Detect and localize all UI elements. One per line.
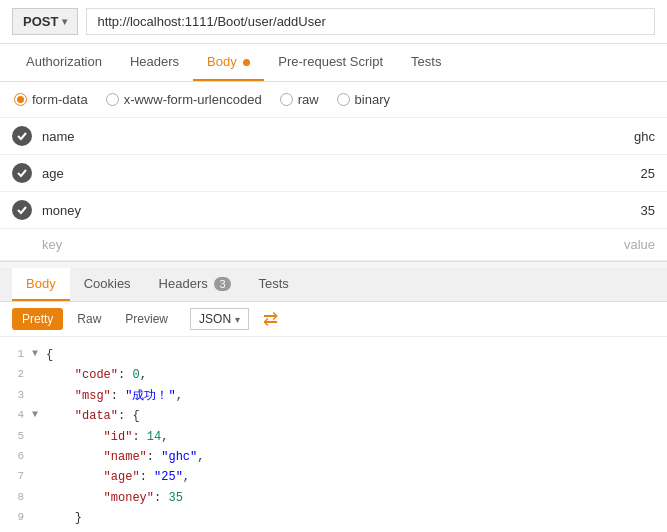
line-num-4: 4 [4, 406, 32, 425]
body-dot [243, 59, 250, 66]
field-key-name: name [42, 129, 575, 144]
tab-tests[interactable]: Tests [397, 44, 455, 81]
check-icon-money[interactable] [12, 200, 32, 220]
field-key-money: money [42, 203, 575, 218]
checkmark-svg [16, 130, 28, 142]
line-toggle-1[interactable]: ▼ [32, 345, 46, 362]
response-tab-row: Body Cookies Headers 3 Tests [0, 268, 667, 302]
headers-badge: 3 [214, 277, 230, 291]
checkmark-svg [16, 204, 28, 216]
json-line-6: 6 "name": "ghc", [0, 447, 667, 467]
check-icon-name[interactable] [12, 126, 32, 146]
field-value-money: 35 [575, 203, 655, 218]
line-toggle-4[interactable]: ▼ [32, 406, 46, 423]
line-content-1: { [46, 345, 663, 365]
json-line-8: 8 "money": 35 [0, 488, 667, 508]
table-row-empty: key value [0, 229, 667, 261]
line-content-4: "data": { [46, 406, 663, 426]
line-content-10: } [46, 529, 663, 532]
tab-headers[interactable]: Headers [116, 44, 193, 81]
line-content-8: "money": 35 [46, 488, 663, 508]
url-input[interactable] [86, 8, 655, 35]
tab-pre-request-script[interactable]: Pre-request Script [264, 44, 397, 81]
field-value-placeholder: value [575, 237, 655, 252]
radio-form-data[interactable]: form-data [14, 92, 88, 107]
method-label: POST [23, 14, 58, 29]
json-line-2: 2 "code": 0, [0, 365, 667, 385]
radio-urlencoded[interactable]: x-www-form-urlencoded [106, 92, 262, 107]
table-row: name ghc [0, 118, 667, 155]
response-tab-tests[interactable]: Tests [245, 268, 303, 301]
method-button[interactable]: POST ▾ [12, 8, 78, 35]
line-num-8: 8 [4, 488, 32, 507]
json-line-5: 5 "id": 14, [0, 427, 667, 447]
json-line-9: 9 } [0, 508, 667, 528]
table-row: money 35 [0, 192, 667, 229]
response-section: Body Cookies Headers 3 Tests Pretty Raw … [0, 268, 667, 532]
field-key-placeholder: key [42, 237, 575, 252]
line-content-3: "msg": "成功！", [46, 386, 663, 406]
radio-raw-circle [280, 93, 293, 106]
line-content-2: "code": 0, [46, 365, 663, 385]
line-num-9: 9 [4, 508, 32, 527]
line-num-10: 10 [4, 529, 32, 532]
view-raw-button[interactable]: Raw [67, 308, 111, 330]
json-line-7: 7 "age": "25", [0, 467, 667, 487]
json-line-3: 3 "msg": "成功！", [0, 386, 667, 406]
json-format-label: JSON [199, 312, 231, 326]
line-num-5: 5 [4, 427, 32, 446]
view-toolbar: Pretty Raw Preview JSON ▾ ⇄ [0, 302, 667, 337]
radio-binary-circle [337, 93, 350, 106]
radio-urlencoded-circle [106, 93, 119, 106]
table-row: age 25 [0, 155, 667, 192]
radio-form-data-circle [14, 93, 27, 106]
line-content-6: "name": "ghc", [46, 447, 663, 467]
method-chevron: ▾ [62, 16, 67, 27]
json-format-selector[interactable]: JSON ▾ [190, 308, 249, 330]
response-tab-headers[interactable]: Headers 3 [145, 268, 245, 301]
tab-body[interactable]: Body [193, 44, 264, 81]
line-num-6: 6 [4, 447, 32, 466]
line-num-7: 7 [4, 467, 32, 486]
url-bar: POST ▾ [0, 0, 667, 44]
view-pretty-button[interactable]: Pretty [12, 308, 63, 330]
json-format-arrow: ▾ [235, 314, 240, 325]
line-num-3: 3 [4, 386, 32, 405]
response-tab-body[interactable]: Body [12, 268, 70, 301]
wrap-icon[interactable]: ⇄ [263, 308, 278, 330]
radio-raw[interactable]: raw [280, 92, 319, 107]
request-tab-row: Authorization Headers Body Pre-request S… [0, 44, 667, 82]
line-content-9: } [46, 508, 663, 528]
radio-binary[interactable]: binary [337, 92, 390, 107]
check-icon-age[interactable] [12, 163, 32, 183]
tab-authorization[interactable]: Authorization [12, 44, 116, 81]
field-key-age: age [42, 166, 575, 181]
field-value-age: 25 [575, 166, 655, 181]
form-table: name ghc age 25 money 35 key value [0, 118, 667, 262]
json-line-1: 1 ▼ { [0, 345, 667, 365]
checkmark-svg [16, 167, 28, 179]
form-options: form-data x-www-form-urlencoded raw bina… [0, 82, 667, 118]
line-content-5: "id": 14, [46, 427, 663, 447]
field-value-name: ghc [575, 129, 655, 144]
line-num-2: 2 [4, 365, 32, 384]
line-num-1: 1 [4, 345, 32, 364]
view-preview-button[interactable]: Preview [115, 308, 178, 330]
line-content-7: "age": "25", [46, 467, 663, 487]
json-line-10: 10 } [0, 529, 667, 532]
json-output: 1 ▼ { 2 "code": 0, 3 "msg": "成功！", 4 ▼ "… [0, 337, 667, 532]
response-tab-cookies[interactable]: Cookies [70, 268, 145, 301]
json-line-4: 4 ▼ "data": { [0, 406, 667, 426]
